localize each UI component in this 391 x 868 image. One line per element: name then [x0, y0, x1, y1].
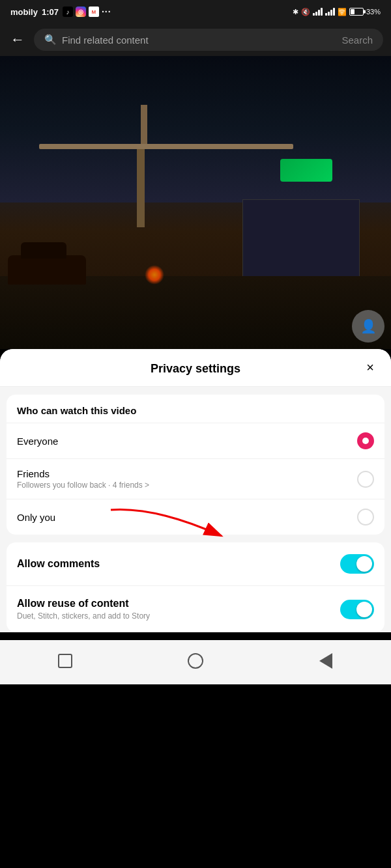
toggle-knob-comments [356, 556, 372, 572]
sheet-header: Privacy settings × [0, 349, 391, 387]
search-input-wrap[interactable]: 🔍 Find related content Search [34, 29, 383, 51]
gas-canopy [39, 144, 293, 149]
sky-bg [0, 56, 391, 203]
nav-triangle-icon [319, 653, 332, 669]
nav-square-icon [58, 654, 72, 668]
battery-percent: 33% [366, 8, 381, 16]
nav-circle-icon [188, 653, 203, 669]
allow-reuse-label: Allow reuse of content [17, 598, 340, 609]
status-right: ✱ 🔇 🛜 33% [293, 8, 381, 16]
allow-comments-info: Allow comments [17, 558, 340, 570]
toggles-card: Allow comments Allow reuse of content Du… [7, 542, 384, 632]
option-friends[interactable]: Friends Followers you follow back · 4 fr… [7, 458, 384, 499]
option-only-you[interactable]: Only you [7, 499, 384, 535]
bluetooth-icon: ✱ [293, 8, 298, 16]
search-left: 🔍 Find related content [44, 34, 149, 46]
status-bar: mobily 1:07 ♪ ◎ M ··· ✱ 🔇 🛜 3 [0, 0, 391, 23]
search-placeholder: Find related content [62, 35, 149, 46]
nav-recents-button[interactable] [313, 648, 339, 674]
instagram-icon: ◎ [76, 7, 86, 17]
mute-icon: 🔇 [301, 8, 310, 16]
gmail-icon: M [89, 7, 99, 17]
more-icons: ··· [102, 7, 111, 17]
allow-reuse-sublabel: Duet, Stitch, stickers, and add to Story [17, 611, 340, 621]
wifi-icon: 🛜 [338, 8, 347, 16]
signal-bars-1 [313, 8, 323, 16]
allow-comments-row: Allow comments [7, 542, 384, 585]
radio-friends[interactable] [357, 471, 374, 488]
option-friends-label: Friends [17, 468, 149, 479]
station-sign [280, 159, 332, 182]
video-area: 👤 [0, 56, 391, 349]
battery-indicator [349, 8, 364, 16]
option-everyone-info: Everyone [17, 436, 58, 447]
search-button[interactable]: Search [341, 35, 373, 46]
carrier-label: mobily [10, 7, 38, 17]
close-button[interactable]: × [360, 357, 381, 378]
search-bar-area: ← 🔍 Find related content Search [0, 23, 391, 56]
toggle-knob-reuse [356, 602, 372, 617]
back-button[interactable]: ← [8, 30, 27, 49]
option-everyone[interactable]: Everyone [7, 423, 384, 458]
fire-glow [145, 265, 164, 285]
radio-everyone[interactable] [357, 432, 374, 449]
sheet-title: Privacy settings [151, 362, 240, 376]
option-only-you-label: Only you [17, 512, 55, 523]
who-can-watch-card: Who can watch this video Everyone Friend… [7, 395, 384, 535]
status-icons: ♪ ◎ M ··· [63, 7, 111, 17]
option-only-you-info: Only you [17, 512, 55, 523]
canopy-support [137, 149, 145, 227]
allow-comments-label: Allow comments [17, 558, 340, 570]
nav-home-button[interactable] [182, 648, 209, 674]
search-icon: 🔍 [44, 34, 57, 46]
allow-reuse-toggle[interactable] [340, 600, 374, 619]
privacy-settings-sheet: Privacy settings × Who can watch this vi… [0, 349, 391, 632]
option-friends-sublabel: Followers you follow back · 4 friends > [17, 481, 149, 490]
allow-comments-toggle[interactable] [340, 554, 374, 574]
signal-bars-2 [325, 8, 335, 16]
status-left: mobily 1:07 ♪ ◎ M ··· [10, 7, 111, 17]
option-friends-info: Friends Followers you follow back · 4 fr… [17, 468, 149, 490]
ground [0, 276, 391, 350]
floating-profile-btn[interactable]: 👤 [352, 310, 384, 343]
navigation-bar [0, 640, 391, 684]
radio-only-you[interactable] [357, 509, 374, 525]
tiktok-icon: ♪ [63, 7, 73, 17]
allow-reuse-row: Allow reuse of content Duet, Stitch, sti… [7, 585, 384, 632]
who-can-watch-title: Who can watch this video [7, 395, 384, 423]
nav-back-button[interactable] [52, 648, 78, 674]
gas-station-scene [0, 56, 391, 349]
car-shape [8, 255, 86, 285]
option-everyone-label: Everyone [17, 436, 58, 447]
time-label: 1:07 [42, 7, 59, 17]
allow-reuse-info: Allow reuse of content Duet, Stitch, sti… [17, 598, 340, 621]
